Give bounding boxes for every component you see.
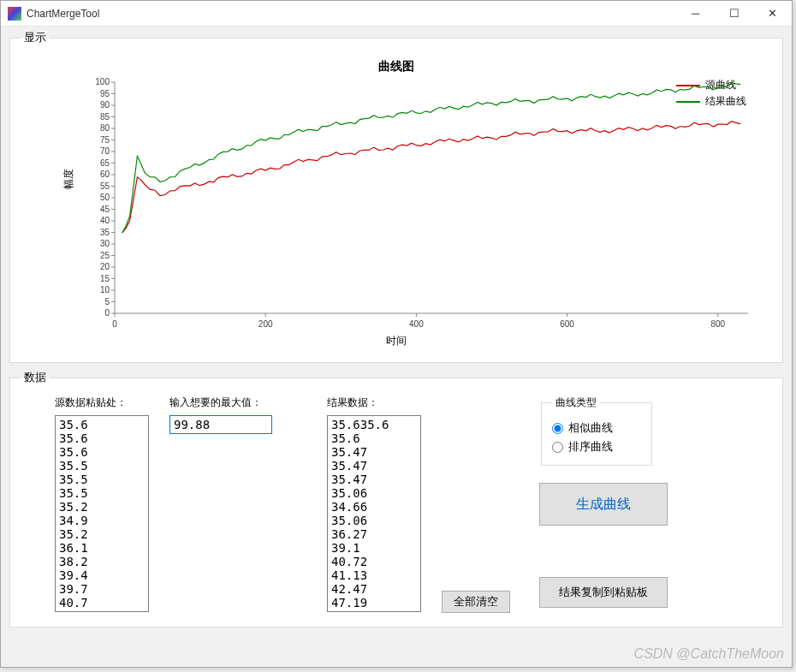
chart-title: 曲线图 — [21, 59, 772, 74]
svg-text:90: 90 — [100, 100, 110, 110]
svg-text:15: 15 — [100, 274, 110, 283]
svg-text:30: 30 — [100, 239, 110, 248]
chart-canvas: 0510152025303540455055606570758085909510… — [80, 74, 757, 339]
radio-similar-label: 相似曲线 — [568, 420, 613, 436]
svg-text:20: 20 — [100, 262, 110, 271]
close-button[interactable]: ✕ — [753, 1, 792, 27]
generate-button[interactable]: 生成曲线 — [539, 483, 668, 526]
right-column: 曲线类型 相似曲线 排序曲线 生成曲线 — [539, 395, 668, 608]
curve-type-group: 曲线类型 相似曲线 排序曲线 — [541, 395, 652, 466]
copy-result-button[interactable]: 结果复制到粘贴板 — [539, 577, 668, 608]
source-column: 源数据粘贴处： — [55, 395, 149, 612]
svg-text:40: 40 — [100, 216, 110, 225]
svg-text:60: 60 — [100, 169, 110, 179]
svg-text:800: 800 — [710, 319, 725, 329]
svg-text:200: 200 — [258, 319, 273, 329]
svg-text:80: 80 — [100, 123, 110, 133]
svg-text:5: 5 — [104, 297, 110, 306]
source-textarea[interactable] — [55, 415, 149, 612]
data-row: 源数据粘贴处： 输入想要的最大值： 结果数据： 全部清空 — [21, 392, 772, 616]
svg-text:45: 45 — [100, 205, 110, 214]
client-area: 显示 曲线图 幅度 时间 源曲线 结果曲线 051015202530354045… — [1, 27, 792, 667]
max-column: 输入想要的最大值： — [169, 395, 272, 434]
minimize-button[interactable]: ─ — [676, 1, 715, 27]
radio-similar[interactable] — [552, 423, 563, 434]
svg-text:85: 85 — [100, 112, 110, 122]
curve-type-legend: 曲线类型 — [552, 395, 600, 410]
radio-similar-row[interactable]: 相似曲线 — [552, 420, 641, 436]
svg-text:35: 35 — [100, 228, 110, 237]
result-column: 结果数据： — [327, 395, 421, 612]
result-textarea[interactable] — [327, 415, 421, 612]
svg-text:0: 0 — [112, 319, 117, 329]
svg-text:600: 600 — [560, 319, 574, 329]
svg-text:70: 70 — [100, 146, 110, 156]
svg-text:55: 55 — [100, 181, 110, 191]
max-label: 输入想要的最大值： — [169, 395, 272, 410]
svg-text:10: 10 — [100, 285, 110, 294]
maximize-button[interactable]: ☐ — [715, 1, 753, 27]
svg-text:0: 0 — [104, 308, 110, 318]
svg-text:50: 50 — [100, 193, 110, 202]
svg-text:65: 65 — [100, 158, 110, 168]
svg-text:400: 400 — [409, 319, 424, 329]
radio-sort-label: 排序曲线 — [568, 439, 613, 455]
app-window: ChartMergeTool ─ ☐ ✕ 显示 曲线图 幅度 时间 源曲线 — [0, 0, 793, 668]
svg-text:75: 75 — [100, 135, 110, 145]
display-group: 显示 曲线图 幅度 时间 源曲线 结果曲线 051015202530354045… — [9, 30, 783, 363]
svg-text:100: 100 — [95, 77, 110, 86]
svg-text:25: 25 — [100, 251, 110, 260]
data-legend: 数据 — [21, 370, 50, 385]
chart-ylabel: 幅度 — [62, 169, 76, 189]
result-label: 结果数据： — [327, 395, 421, 410]
data-group: 数据 源数据粘贴处： 输入想要的最大值： 结果数据： 全部清空 — [9, 370, 783, 627]
display-legend: 显示 — [21, 30, 50, 45]
clear-column: 全部清空 — [442, 395, 510, 613]
window-title: ChartMergeTool — [27, 8, 99, 20]
max-value-input[interactable] — [169, 415, 272, 434]
source-label: 源数据粘贴处： — [55, 395, 149, 410]
titlebar: ChartMergeTool ─ ☐ ✕ — [1, 1, 792, 27]
radio-sort[interactable] — [552, 442, 563, 453]
svg-text:95: 95 — [100, 89, 110, 98]
chart: 曲线图 幅度 时间 源曲线 结果曲线 051015202530354045505… — [21, 52, 772, 352]
clear-all-button[interactable]: 全部清空 — [442, 591, 510, 613]
app-icon — [8, 7, 21, 21]
radio-sort-row[interactable]: 排序曲线 — [552, 439, 641, 455]
